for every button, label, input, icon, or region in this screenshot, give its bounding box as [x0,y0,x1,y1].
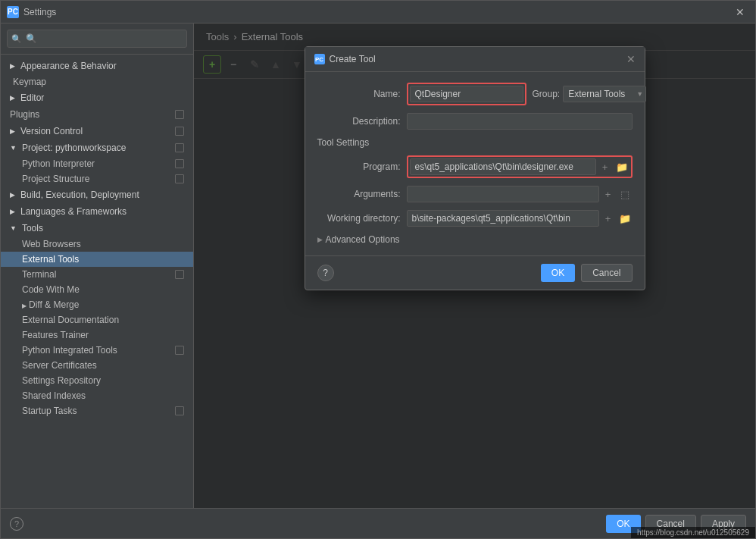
group-select[interactable]: External Tools Default [563,86,646,102]
program-input[interactable] [410,158,596,175]
description-label: Description: [317,116,401,127]
arguments-macro-button[interactable]: ⬚ [617,186,633,202]
sidebar-item-server-certs[interactable]: Server Certificates [1,358,193,373]
name-label: Name: [317,89,401,99]
group-label: Group: [533,89,561,99]
dialog-title-text: Create Tool [330,54,376,64]
dialog-footer: ? OK Cancel [305,255,645,290]
sidebar-item-code-with-me[interactable]: Code With Me [1,282,193,297]
advanced-options-toggle[interactable]: ▶ Advanced Options [317,234,633,245]
group-wrapper: Group: External Tools Default ▼ [533,86,647,102]
arguments-input-wrapper: + ⬚ [407,186,633,202]
title-bar-left: PC Settings [7,6,56,18]
program-input-wrapper: + 📁 [407,155,633,178]
dialog-body: Name: Group: External Tools Default [305,72,645,255]
dialog-title-left: PC Create Tool [314,54,376,64]
dialog-icon: PC [314,54,325,64]
description-row: Description: [317,113,633,130]
sidebar: 🔍 ▶Appearance & Behavior Keymap ▶Editor [1,24,194,508]
sidebar-item-python-integrated[interactable]: Python Integrated Tools [1,343,193,358]
dialog-close-button[interactable]: ✕ [626,53,636,65]
working-dir-add-button[interactable]: + [601,211,616,226]
dialog-footer-buttons: OK Cancel [541,264,633,282]
help-button[interactable]: ? [10,517,23,531]
project-badge [175,143,184,152]
sidebar-item-features-trainer[interactable]: Features Trainer [1,327,193,343]
name-input-wrapper [407,83,526,105]
terminal-badge [175,270,184,279]
window-title: Settings [23,7,56,17]
name-input[interactable] [410,86,523,102]
program-label: Program: [317,161,401,172]
group-select-wrapper: External Tools Default ▼ [563,86,646,102]
name-group-row: Name: Group: External Tools Default [317,83,633,105]
arguments-label: Arguments: [317,189,401,199]
sidebar-item-terminal[interactable]: Terminal [1,267,193,282]
working-dir-folder-button[interactable]: 📁 [617,211,633,226]
create-tool-dialog: PC Create Tool ✕ Name: [305,46,645,290]
plugins-badge [175,110,184,119]
arguments-input[interactable] [407,186,599,202]
advanced-chevron-icon: ▶ [317,236,323,243]
project-structure-badge [175,174,184,183]
sidebar-item-web-browsers[interactable]: Web Browsers [1,237,193,252]
tool-settings-label: Tool Settings [317,137,633,148]
sidebar-item-project-structure[interactable]: Project Structure [1,171,193,186]
sidebar-item-settings-repo[interactable]: Settings Repository [1,373,193,388]
working-dir-input-wrapper: + 📁 [407,210,633,227]
sidebar-item-diff-merge[interactable]: ▶Diff & Merge [1,297,193,312]
startup-tasks-badge [175,406,184,415]
program-row: Program: + 📁 [317,155,633,178]
working-dir-row: Working directory: + 📁 [317,210,633,227]
sidebar-item-tools[interactable]: ▼Tools [1,220,193,237]
arguments-add-button[interactable]: + [601,186,616,202]
program-folder-button[interactable]: 📁 [614,159,629,174]
dialog-cancel-button[interactable]: Cancel [581,264,632,282]
program-add-button[interactable]: + [598,159,613,174]
python-interpreter-badge [175,159,184,168]
working-dir-label: Working directory: [317,213,401,224]
working-dir-input[interactable] [407,210,599,227]
arguments-row: Arguments: + ⬚ [317,186,633,202]
search-input[interactable] [7,30,187,48]
python-integrated-badge [175,346,184,355]
sidebar-item-external-doc[interactable]: External Documentation [1,312,193,327]
sidebar-item-build[interactable]: ▶Build, Execution, Deployment [1,186,193,203]
sidebar-item-appearance[interactable]: ▶Appearance & Behavior [1,58,193,74]
dialog-backdrop: PC Create Tool ✕ Name: [194,24,755,508]
search-icon: 🔍 [11,34,22,44]
sidebar-item-external-tools[interactable]: External Tools [1,252,193,267]
sidebar-item-project[interactable]: ▼Project: pythonworkspace [1,139,193,156]
window-close-button[interactable]: ✕ [731,5,749,20]
title-bar: PC Settings ✕ [1,1,755,24]
sidebar-item-version-control[interactable]: ▶Version Control [1,123,193,139]
sidebar-item-plugins[interactable]: Plugins [1,106,193,123]
description-input[interactable] [407,113,633,130]
search-box: 🔍 [1,24,193,55]
sidebar-item-editor[interactable]: ▶Editor [1,89,193,106]
url-bar: https://blog.csdn.net/u012505629 [631,527,755,538]
dialog-ok-button[interactable]: OK [541,264,575,282]
main-content: 🔍 ▶Appearance & Behavior Keymap ▶Editor [1,24,755,508]
sidebar-item-keymap[interactable]: Keymap [1,74,193,89]
settings-window: PC Settings ✕ 🔍 ▶Appearance & Behavior [0,0,756,539]
search-wrapper: 🔍 [7,30,187,48]
sidebar-item-startup-tasks[interactable]: Startup Tasks [1,403,193,418]
advanced-options-label: Advanced Options [326,234,400,245]
sidebar-list: ▶Appearance & Behavior Keymap ▶Editor Pl… [1,55,193,508]
app-icon: PC [7,6,19,18]
right-content: Tools › External Tools + − ✎ ▲ ▼ ⧉ [194,24,755,508]
sidebar-item-python-interpreter[interactable]: Python Interpreter [1,156,193,171]
version-control-badge [175,127,184,136]
dialog-help-button[interactable]: ? [317,265,334,281]
sidebar-item-languages[interactable]: ▶Languages & Frameworks [1,203,193,220]
dialog-title-bar: PC Create Tool ✕ [305,47,645,72]
sidebar-item-shared-indexes[interactable]: Shared Indexes [1,388,193,403]
